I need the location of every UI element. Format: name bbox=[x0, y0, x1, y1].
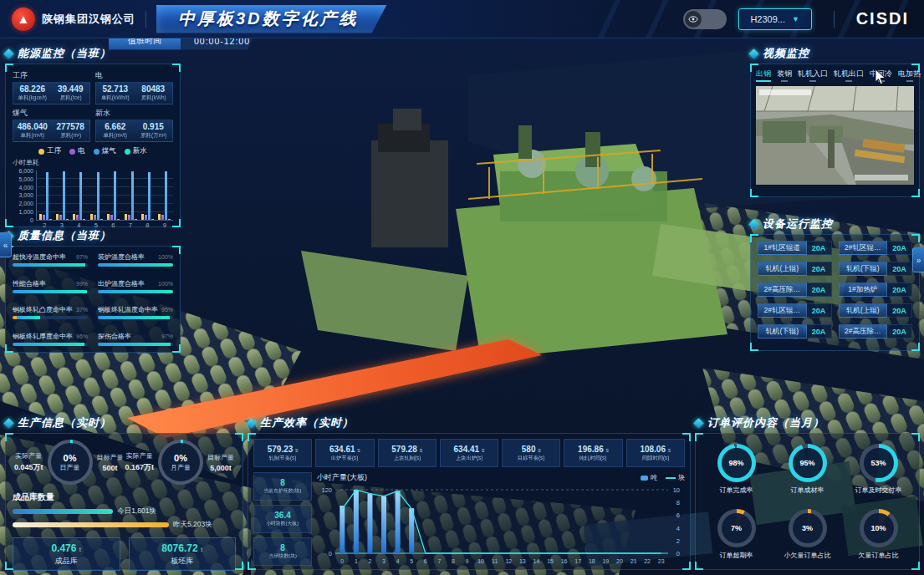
energy-group: 新水6.662单耗(m³/t)0.915累耗(万m³) bbox=[95, 108, 173, 142]
equipment-panel-body: 1#轧区辊道20A2#轧区辊…20A轧机(上辊)20A轧机(下辊)20A2#高压… bbox=[750, 234, 920, 351]
left-collapse-tab[interactable]: « bbox=[0, 232, 12, 257]
video-feed[interactable] bbox=[756, 86, 914, 185]
svg-text:120: 120 bbox=[321, 486, 332, 494]
energy-bar-group bbox=[73, 172, 85, 220]
equipment-current-value: 20A bbox=[887, 241, 912, 255]
company-logo-icon: ▲ bbox=[12, 8, 35, 31]
legend-item: 新水 bbox=[125, 146, 147, 156]
efficiency-stat-card: 634.41 s上块出炉(s) bbox=[440, 439, 498, 467]
equipment-name: 2#高压除… bbox=[839, 324, 888, 338]
video-tab-电加热[interactable]: 电加热 bbox=[898, 69, 921, 82]
stat-unit: s bbox=[295, 447, 299, 453]
header-divider bbox=[834, 11, 835, 28]
donut-percent: 3% bbox=[802, 524, 813, 532]
energy-bar-group bbox=[158, 171, 171, 220]
energy-value: 277578 bbox=[54, 122, 88, 131]
energy-unit-label: 单耗(m³/t) bbox=[100, 131, 130, 139]
donut-percent: 95% bbox=[799, 459, 814, 467]
efficiency-stat-card: 580 s目标节奏(s) bbox=[502, 439, 560, 467]
bar bbox=[396, 491, 401, 553]
stat-value: 579.23 s bbox=[268, 445, 299, 454]
energy-bar-chart bbox=[36, 170, 173, 221]
slab-stock-value: 8076.72 bbox=[161, 542, 197, 554]
energy-unit-label: 单耗(kWh/t) bbox=[100, 94, 130, 101]
quality-percent: 95% bbox=[161, 307, 173, 313]
visibility-toggle[interactable] bbox=[683, 9, 727, 29]
hourly-chart-svg: 1200108642001234567891011121314151617181… bbox=[317, 483, 685, 567]
stat-value: 108.06 s bbox=[640, 445, 671, 454]
bar bbox=[161, 215, 164, 220]
svg-text:16: 16 bbox=[561, 558, 568, 564]
video-tab-装钢[interactable]: 装钢 bbox=[777, 69, 792, 82]
unit: t bbox=[79, 546, 81, 553]
bar bbox=[367, 493, 372, 553]
donut-hole: 53% bbox=[864, 448, 894, 478]
legend-dot-icon bbox=[38, 149, 44, 155]
page-title: 中厚板3D数字化产线 bbox=[178, 8, 359, 30]
energy-bar-group bbox=[56, 171, 69, 220]
quality-percent: 100% bbox=[158, 254, 173, 260]
quality-progress-fill bbox=[98, 343, 171, 346]
quality-item-head: 超快冷温度命中率97% bbox=[13, 252, 88, 262]
quality-label: 探伤合格率 bbox=[98, 332, 131, 341]
dashboard: ▲ 陕钢集团汉钢公司 中厚板3D数字化产线 H2309... ▼ CISDI 能… bbox=[0, 0, 924, 575]
quality-item: 钢板终轧温度命中率95% bbox=[98, 305, 173, 319]
stat-unit: s bbox=[357, 447, 360, 453]
orders-donut-grid: 98%订单完成率95%订单成材率53%订单及时交付率7%订单超期率3%小欠量订单… bbox=[702, 440, 912, 563]
equipment-name: 轧机(上辊) bbox=[839, 303, 888, 318]
order-donut-cell: 95%订单成材率 bbox=[789, 444, 827, 495]
quality-grid: 超快冷温度命中率97%装炉温度合格率100%性能合格率99%出炉温度合格率100… bbox=[13, 252, 173, 346]
donut-percent: 10% bbox=[870, 524, 886, 532]
legend-label: 块 bbox=[678, 473, 685, 482]
bar bbox=[168, 219, 171, 220]
bar bbox=[43, 215, 45, 220]
production-gauge-cluster: 实际产量0.045万t0%日产量目标产量500t bbox=[14, 440, 124, 485]
legend-dot-icon bbox=[94, 149, 100, 155]
svg-text:4: 4 bbox=[676, 525, 680, 532]
legend-label: 新水 bbox=[133, 146, 147, 156]
bar bbox=[79, 172, 82, 220]
svg-text:20: 20 bbox=[616, 558, 623, 564]
efficiency-panel-body: 579.23 s轧制节奏(s)634.61 s出炉节奏(s)579.28 s上块… bbox=[248, 433, 691, 570]
target-output: 目标产量5,000t bbox=[207, 453, 234, 472]
quality-label: 性能合格率 bbox=[13, 279, 46, 288]
right-collapse-tab[interactable]: » bbox=[912, 247, 924, 272]
donut-percent: 53% bbox=[870, 459, 886, 467]
svg-text:11: 11 bbox=[492, 558, 498, 564]
production-panel-title: 生产信息（实时） bbox=[5, 415, 243, 431]
bar bbox=[94, 215, 96, 220]
quality-progress-track bbox=[98, 343, 173, 346]
quality-progress-track bbox=[13, 263, 88, 267]
quality-progress-fill bbox=[17, 316, 40, 319]
video-tab-出钢[interactable]: 出钢 bbox=[756, 69, 771, 82]
donut-percent: 0% bbox=[64, 453, 77, 463]
target-output: 目标产量500t bbox=[97, 453, 124, 472]
efficiency-side-card: 36.4小时块数(大板) bbox=[253, 505, 312, 533]
svg-text:2: 2 bbox=[369, 558, 372, 564]
energy-group-cells: 6.662单耗(m³/t)0.915累耗(万m³) bbox=[95, 120, 173, 142]
quality-label: 钢板终轧厚度命中率 bbox=[13, 332, 73, 341]
orders-panel-title: 订单评价内容（当月） bbox=[695, 415, 920, 431]
svg-text:19: 19 bbox=[602, 558, 609, 564]
donut-gauge: 95% bbox=[789, 444, 827, 482]
donut-hole: 0%月产量 bbox=[161, 443, 200, 481]
y-tick-label: 3,000 bbox=[13, 192, 33, 198]
equipment-item: 2#高压除…20A bbox=[839, 324, 913, 338]
efficiency-stat-card: 579.28 s上块轧制(s) bbox=[378, 439, 436, 467]
video-tab-轧机出口[interactable]: 轧机出口 bbox=[834, 69, 864, 82]
energy-cell: 6.662单耗(m³/t) bbox=[96, 120, 135, 141]
equipment-name: 2#轧区辊… bbox=[758, 303, 807, 318]
video-tab-轧机入口[interactable]: 轧机入口 bbox=[798, 69, 828, 82]
stat-unit: s bbox=[420, 447, 423, 453]
hourly-output-chart-area: 小时产量(大板) 吨块 1200108642001234567891011121… bbox=[317, 472, 685, 567]
side-stat-label: 小时块数(大板) bbox=[266, 520, 299, 527]
energy-groups: 工序68.226单耗(kgce/t)39.449累耗(tce)电52.713单耗… bbox=[13, 70, 173, 142]
energy-unit-label: 累耗(万m³) bbox=[138, 131, 168, 139]
energy-value: 39.449 bbox=[54, 84, 88, 94]
energy-legend: 工序电煤气新水 bbox=[13, 146, 173, 156]
y-tick-label: 1,000 bbox=[13, 209, 33, 215]
bar bbox=[158, 214, 161, 220]
heat-number-dropdown[interactable]: H2309... ▼ bbox=[738, 8, 812, 30]
equipment-name: 1#加热炉 bbox=[839, 282, 888, 297]
legend-bar-icon bbox=[641, 476, 648, 481]
